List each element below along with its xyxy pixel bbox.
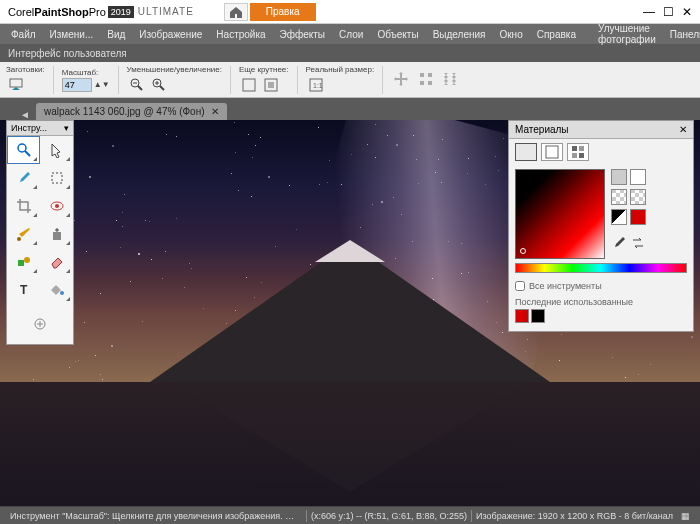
menu-window[interactable]: Окно <box>494 27 527 42</box>
dropper-tool[interactable] <box>7 164 40 192</box>
color-gradient-picker[interactable] <box>515 169 605 259</box>
document-tab-label: walpack 1143 060.jpg @ 47% (Фон) <box>44 106 205 117</box>
menu-layers[interactable]: Слои <box>334 27 368 42</box>
menu-enhance-photo[interactable]: Улучшение фотографии <box>593 21 661 47</box>
text-tool[interactable]: T <box>7 276 40 304</box>
eyedropper-icon[interactable] <box>611 235 627 255</box>
realsize-label: Реальный размер: <box>306 65 375 74</box>
svg-point-22 <box>17 237 21 241</box>
recent-color-2[interactable] <box>531 309 545 323</box>
version-badge: 2019 <box>108 6 134 18</box>
redeye-tool[interactable] <box>40 192 73 220</box>
tab-nav-left[interactable]: ◄ <box>20 109 30 120</box>
material-tab-rainbow[interactable] <box>515 143 537 161</box>
swatch-transparent-1[interactable] <box>611 189 627 205</box>
svg-line-2 <box>138 86 142 90</box>
swatch-fg-large[interactable] <box>611 169 627 185</box>
menu-selections[interactable]: Выделения <box>428 27 491 42</box>
svg-rect-23 <box>53 232 61 240</box>
presets-label: Заготовки: <box>6 65 45 74</box>
maximize-button[interactable]: ☐ <box>663 5 674 19</box>
shape-tool[interactable] <box>7 248 40 276</box>
zoom-in-icon[interactable] <box>149 75 169 95</box>
status-coordinates: (x:606 y:1) -- (R:51, G:61, B:88, O:255) <box>307 511 471 521</box>
svg-rect-8 <box>243 79 255 91</box>
expand-icon[interactable] <box>440 69 460 89</box>
grid-icon[interactable] <box>416 69 436 89</box>
material-tab-frame[interactable] <box>541 143 563 161</box>
menu-edit[interactable]: Измени... <box>45 27 99 42</box>
fit-image-icon[interactable] <box>261 75 281 95</box>
zoom-input[interactable] <box>62 78 92 92</box>
brush-tool[interactable] <box>7 220 40 248</box>
svg-rect-32 <box>579 146 584 151</box>
svg-point-25 <box>24 257 30 263</box>
more-tools-icon[interactable] <box>31 310 49 338</box>
zoom-label: Масштаб: <box>62 68 110 77</box>
status-nav-icon[interactable]: ▦ <box>677 511 694 521</box>
zoom-group-label: Уменьшение/увеличение: <box>127 65 222 74</box>
tools-panel-menu-icon[interactable]: ▾ <box>64 123 69 133</box>
svg-line-18 <box>25 151 30 156</box>
menu-image[interactable]: Изображение <box>134 27 207 42</box>
tools-panel-title: Инстру... <box>11 123 47 133</box>
svg-rect-34 <box>579 153 584 158</box>
actual-size-icon[interactable]: 1:1 <box>306 75 326 95</box>
marquee-tool[interactable] <box>40 164 73 192</box>
svg-rect-10 <box>268 82 274 88</box>
swatch-bg-large[interactable] <box>630 169 646 185</box>
all-tools-checkbox[interactable] <box>515 281 525 291</box>
tab-home-icon[interactable] <box>224 3 248 21</box>
recent-color-1[interactable] <box>515 309 529 323</box>
menu-view[interactable]: Вид <box>102 27 130 42</box>
fit-window-icon[interactable] <box>239 75 259 95</box>
svg-rect-33 <box>572 153 577 158</box>
materials-panel-title: Материалы <box>515 124 569 135</box>
swap-colors-icon[interactable] <box>630 235 646 255</box>
svg-rect-24 <box>18 260 24 266</box>
swatch-bw[interactable] <box>611 209 627 225</box>
swatch-transparent-2[interactable] <box>630 189 646 205</box>
svg-rect-30 <box>546 146 558 158</box>
cool-label: Еще крутнее: <box>239 65 289 74</box>
crop-tool[interactable] <box>7 192 40 220</box>
materials-panel-close[interactable]: ✕ <box>679 124 687 135</box>
svg-rect-13 <box>420 73 424 77</box>
menu-objects[interactable]: Объекты <box>372 27 423 42</box>
all-tools-label: Все инструменты <box>529 281 602 291</box>
document-tab-close[interactable]: ✕ <box>211 106 219 117</box>
edition-label: ULTIMATE <box>138 6 194 17</box>
svg-rect-14 <box>428 73 432 77</box>
tab-edit[interactable]: Правка <box>250 3 316 21</box>
svg-rect-15 <box>420 81 424 85</box>
status-hint: Инструмент "Масштаб": Щелкните для увели… <box>6 511 306 521</box>
tools-panel: Инстру... ▾ T <box>6 120 74 345</box>
svg-rect-31 <box>572 146 577 151</box>
fill-tool[interactable] <box>40 276 73 304</box>
document-tab[interactable]: walpack 1143 060.jpg @ 47% (Фон) ✕ <box>36 103 227 120</box>
menu-panels[interactable]: Панели <box>665 27 700 42</box>
menu-file[interactable]: Файл <box>6 27 41 42</box>
minimize-button[interactable]: — <box>643 5 655 19</box>
zoom-tool[interactable] <box>7 136 40 164</box>
svg-rect-16 <box>428 81 432 85</box>
menu-adjust[interactable]: Настройка <box>211 27 270 42</box>
move-icon[interactable] <box>391 69 411 89</box>
svg-rect-19 <box>52 173 62 183</box>
swatch-red[interactable] <box>630 209 646 225</box>
hue-slider[interactable] <box>515 263 687 273</box>
presets-dropdown[interactable] <box>6 75 26 95</box>
menu-help[interactable]: Справка <box>532 27 581 42</box>
pointer-tool[interactable] <box>40 136 73 164</box>
zoom-out-icon[interactable] <box>127 75 147 95</box>
status-image-info: Изображение: 1920 x 1200 x RGB - 8 бит/к… <box>472 511 677 521</box>
secondary-label: Интерфейс пользователя <box>8 48 127 59</box>
close-button[interactable]: ✕ <box>682 5 692 19</box>
recent-colors-label: Последние использованные <box>515 297 687 307</box>
svg-rect-29 <box>518 144 534 160</box>
menu-effects[interactable]: Эффекты <box>275 27 330 42</box>
material-tab-swatch[interactable] <box>567 143 589 161</box>
clone-tool[interactable] <box>40 220 73 248</box>
eraser-tool[interactable] <box>40 248 73 276</box>
svg-rect-0 <box>10 79 22 87</box>
